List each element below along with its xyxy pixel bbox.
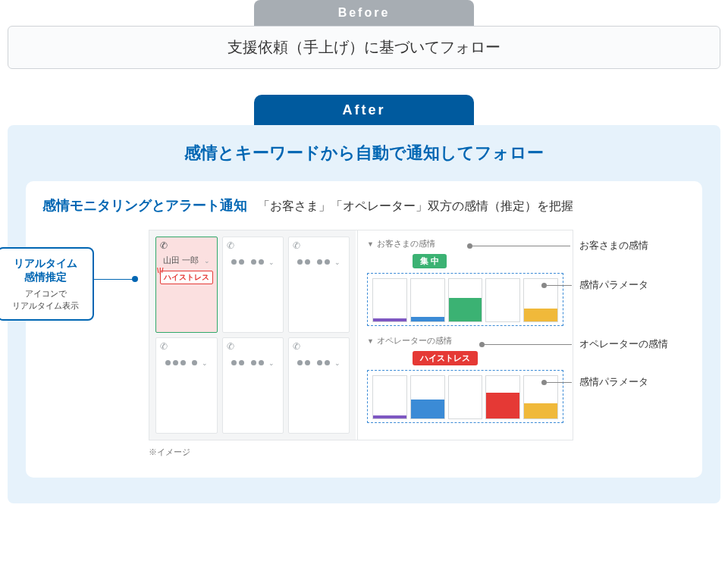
- customer-emotion-head: お客さまの感情: [367, 238, 563, 249]
- operator-cell: ✆ ⌄: [222, 337, 284, 434]
- customer-emotion-bars: [367, 273, 563, 326]
- operator-emotion-pill: ハイストレス: [413, 351, 478, 365]
- panel-sub: 「お客さま」「オペレーター」双方の感情（推定）を把握: [258, 199, 573, 215]
- callout-operator-params: 感情パラメータ: [579, 375, 648, 389]
- after-box: 感情とキーワードから自動で通知してフォロー 感情モニタリングとアラート通知 「お…: [8, 125, 720, 503]
- viz-container: ✆ 山田 一郎 ⌄ \ | / ハイストレス ✆ ⌄ ✆: [149, 230, 573, 440]
- emotion-bar: [410, 278, 445, 322]
- operator-cell: ✆ ⌄: [222, 237, 284, 333]
- emotion-bar: [485, 375, 520, 419]
- callout-realtime: リアルタイム感情推定 アイコンでリアルタイム表示: [0, 247, 94, 321]
- operator-grid: ✆ 山田 一郎 ⌄ \ | / ハイストレス ✆ ⌄ ✆: [149, 230, 356, 440]
- callout-customer-params: 感情パラメータ: [579, 278, 648, 292]
- operator-cell: ✆ ⌄: [288, 237, 350, 333]
- operator-cell: ✆ ⌄: [288, 337, 350, 434]
- after-tab: After: [254, 95, 474, 125]
- phone-icon: ✆: [160, 240, 168, 251]
- before-text: 支援依頼（手上げ）に基づいてフォロー: [228, 39, 500, 55]
- operator-cell-active: ✆ 山田 一郎 ⌄ \ | / ハイストレス: [155, 237, 218, 333]
- operator-name: 山田 一郎 ⌄: [160, 255, 213, 266]
- callout-customer-emotion: お客さまの感情: [579, 239, 648, 252]
- customer-emotion-pill: 集 中: [413, 254, 447, 268]
- before-box: 支援依頼（手上げ）に基づいてフォロー: [8, 26, 720, 69]
- after-title: 感情とキーワードから自動で通知してフォロー: [26, 142, 702, 165]
- callout-dot: [132, 276, 138, 282]
- callout-line: [546, 382, 572, 383]
- before-tab: Before: [254, 0, 474, 26]
- phone-icon: ✆: [293, 341, 300, 352]
- image-note: ※イメージ: [149, 447, 686, 458]
- callout-line: [94, 279, 133, 280]
- callout-line: [472, 246, 570, 246]
- emotion-bar: [448, 278, 483, 322]
- operator-cell: ✆ ⌄: [155, 337, 218, 434]
- phone-icon: ✆: [293, 240, 300, 251]
- panel: 感情モニタリングとアラート通知 「お客さま」「オペレーター」双方の感情（推定）を…: [26, 181, 702, 478]
- phone-icon: ✆: [160, 341, 168, 352]
- phone-icon: ✆: [227, 341, 234, 352]
- emotion-bar: [410, 375, 445, 419]
- emotion-bar: [485, 278, 520, 322]
- panel-lead: 感情モニタリングとアラート通知: [42, 196, 247, 215]
- alert-spark-icon: \ | /: [157, 267, 163, 274]
- callout-line: [546, 285, 572, 286]
- callout-operator-emotion: オペレーターの感情: [579, 337, 668, 351]
- emotion-bar: [372, 375, 407, 419]
- phone-icon: ✆: [227, 240, 234, 251]
- emotion-bar: [448, 375, 483, 419]
- emotion-bar: [372, 278, 407, 322]
- high-stress-badge: \ | / ハイストレス: [160, 271, 213, 284]
- callout-line: [484, 344, 572, 345]
- operator-emotion-bars: [367, 370, 563, 423]
- emotion-panel: お客さまの感情 集 中 オペレーターの感情 ハイストレス: [357, 230, 573, 440]
